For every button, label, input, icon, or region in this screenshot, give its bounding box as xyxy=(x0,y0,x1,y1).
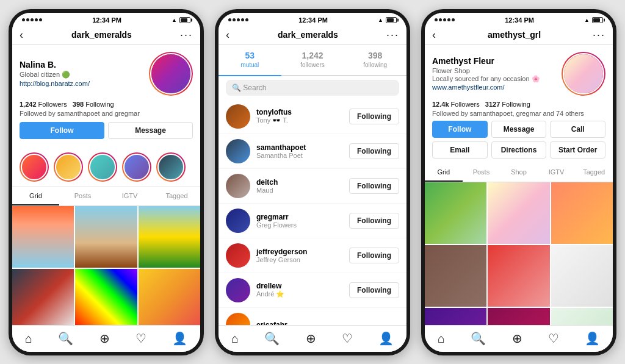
search-icon-1[interactable]: 🔍 xyxy=(58,331,73,346)
start-order-button-3[interactable]: Start Order xyxy=(550,141,605,159)
following-button-6[interactable]: Following xyxy=(349,282,399,298)
profile-bio-3: Locally sourced for any occasion 🌸 xyxy=(432,75,562,83)
flower-cell-6[interactable] xyxy=(551,245,613,307)
following-button-2[interactable]: Following xyxy=(349,143,399,159)
profile-content-3: Amethyst Fleur Flower Shop Locally sourc… xyxy=(425,45,613,325)
tabs-row-1: Grid Posts IGTV Tagged xyxy=(12,187,200,206)
following-button-3[interactable]: Following xyxy=(349,178,399,194)
back-button-2[interactable]: ‹ xyxy=(226,29,229,41)
message-button-1[interactable]: Message xyxy=(108,122,193,139)
flower-cell-3[interactable] xyxy=(551,182,613,244)
message-button-3[interactable]: Message xyxy=(491,121,547,138)
profile-icon-1[interactable]: 👤 xyxy=(172,331,187,346)
directions-button-3[interactable]: Directions xyxy=(491,141,547,159)
phone-2: 12:34 PM ▲ ‹ dark_emeralds ··· 53 mutual… xyxy=(215,9,410,355)
story-3[interactable] xyxy=(88,152,117,182)
flower-cell-2[interactable] xyxy=(488,182,549,244)
avatar-1 xyxy=(149,52,193,96)
flower-cell-8[interactable] xyxy=(488,308,549,324)
status-bar-2: 12:34 PM ▲ xyxy=(219,13,406,26)
following-button-5[interactable]: Following xyxy=(349,248,399,263)
tab-mutual[interactable]: 53 mutual xyxy=(219,45,281,76)
story-4[interactable] xyxy=(122,152,151,182)
follower-avatar-7 xyxy=(226,313,250,325)
profile-info-3: Amethyst Fleur Flower Shop Locally sourc… xyxy=(432,56,562,91)
follower-avatar-2 xyxy=(226,139,250,163)
grid-cell-6[interactable] xyxy=(139,269,200,325)
home-icon-1[interactable]: ⌂ xyxy=(25,332,32,346)
followers-tabs: 53 mutual 1,242 followers 398 following xyxy=(219,45,406,76)
add-icon-2[interactable]: ⊕ xyxy=(306,331,316,346)
status-time-3: 12:34 PM xyxy=(505,16,534,24)
call-button-3[interactable]: Call xyxy=(550,121,605,138)
grid-cell-1[interactable] xyxy=(12,206,74,268)
tab-following[interactable]: 398 following xyxy=(344,45,406,75)
search-icon-3[interactable]: 🔍 xyxy=(471,331,486,346)
story-5[interactable] xyxy=(156,152,186,182)
back-button-1[interactable]: ‹ xyxy=(20,29,23,41)
profile-username-2: dark_emeralds xyxy=(278,30,338,40)
follower-row-3: deitch Maud Following xyxy=(219,169,406,204)
tab-tagged-3[interactable]: Tagged xyxy=(575,163,613,182)
heart-icon-2[interactable]: ♡ xyxy=(342,331,353,346)
profile-link-1[interactable]: http://blog.nbaratz.com/ xyxy=(20,80,149,87)
profile-icon-2[interactable]: 👤 xyxy=(378,331,394,346)
grid-cell-3[interactable] xyxy=(139,206,200,268)
search-icon-2[interactable]: 🔍 xyxy=(264,331,280,346)
tab-followers[interactable]: 1,242 followers xyxy=(281,45,344,75)
story-2[interactable] xyxy=(54,152,83,182)
profile-username-1: dark_emeralds xyxy=(71,30,132,40)
tab-posts-1[interactable]: Posts xyxy=(59,187,106,205)
tab-grid-1[interactable]: Grid xyxy=(12,187,59,205)
more-options-3[interactable]: ··· xyxy=(593,29,605,41)
search-input[interactable]: 🔍 Search xyxy=(226,80,399,96)
home-icon-2[interactable]: ⌂ xyxy=(231,332,239,346)
stories-row-1 xyxy=(12,148,200,187)
profile-link-3[interactable]: www.amethystfleur.com/ xyxy=(432,84,562,91)
status-time-1: 12:34 PM xyxy=(92,16,121,24)
add-icon-3[interactable]: ⊕ xyxy=(512,331,522,346)
flower-cell-7[interactable] xyxy=(425,308,486,324)
flower-cell-4[interactable] xyxy=(425,245,486,307)
back-button-3[interactable]: ‹ xyxy=(432,29,436,41)
story-1[interactable] xyxy=(20,152,49,182)
home-icon-3[interactable]: ⌂ xyxy=(438,332,445,346)
status-bar-1: 12:34 PM ▲ xyxy=(12,13,200,26)
heart-icon-3[interactable]: ♡ xyxy=(548,331,559,346)
follow-button-3[interactable]: Follow xyxy=(432,121,488,138)
grid-cell-4[interactable] xyxy=(12,269,74,325)
add-icon-1[interactable]: ⊕ xyxy=(99,331,110,346)
profile-followed-by-3: Followed by samanthapoet, gregmar and 74… xyxy=(432,110,605,117)
action-buttons-1: Follow Message xyxy=(20,122,193,139)
signal-dots xyxy=(22,18,42,21)
flower-cell-9[interactable] xyxy=(551,308,613,324)
grid-cell-5[interactable] xyxy=(75,269,137,325)
flower-cell-1[interactable] xyxy=(425,182,486,244)
status-bar-3: 12:34 PM ▲ xyxy=(425,13,613,26)
following-button-4[interactable]: Following xyxy=(349,213,399,229)
photo-grid-1 xyxy=(12,206,200,325)
tab-posts-3[interactable]: Posts xyxy=(463,163,500,182)
nav-bar-3: ‹ amethyst_grl ··· xyxy=(425,26,613,45)
tab-grid-3[interactable]: Grid xyxy=(425,163,463,182)
following-button-1[interactable]: Following xyxy=(349,109,399,124)
phone-1: 12:34 PM ▲ ‹ dark_emeralds ··· Nalina B.… xyxy=(9,9,204,355)
heart-icon-1[interactable]: ♡ xyxy=(135,331,146,346)
profile-name-3: Amethyst Fleur xyxy=(432,56,562,66)
more-options-2[interactable]: ··· xyxy=(386,29,399,41)
email-button-3[interactable]: Email xyxy=(432,141,488,159)
follow-button-1[interactable]: Follow xyxy=(20,122,104,139)
tab-tagged-1[interactable]: Tagged xyxy=(153,187,200,205)
profile-top-3: Amethyst Fleur Flower Shop Locally sourc… xyxy=(432,52,605,96)
profile-icon-3[interactable]: 👤 xyxy=(585,331,600,346)
profile-stats-1: 1,242 Followers 398 Following xyxy=(20,101,193,108)
flower-cell-5[interactable] xyxy=(488,245,549,307)
tab-igtv-3[interactable]: IGTV xyxy=(538,163,576,182)
tab-igtv-1[interactable]: IGTV xyxy=(106,187,153,205)
profile-followed-by-1: Followed by samanthapoet and gregmar xyxy=(20,110,193,117)
tab-shop-3[interactable]: Shop xyxy=(500,163,538,182)
profile-stats-3: 12.4k Followers 3127 Following xyxy=(432,101,605,108)
grid-cell-2[interactable] xyxy=(75,206,137,268)
more-options-1[interactable]: ··· xyxy=(180,29,193,41)
profile-username-3: amethyst_grl xyxy=(488,30,541,40)
